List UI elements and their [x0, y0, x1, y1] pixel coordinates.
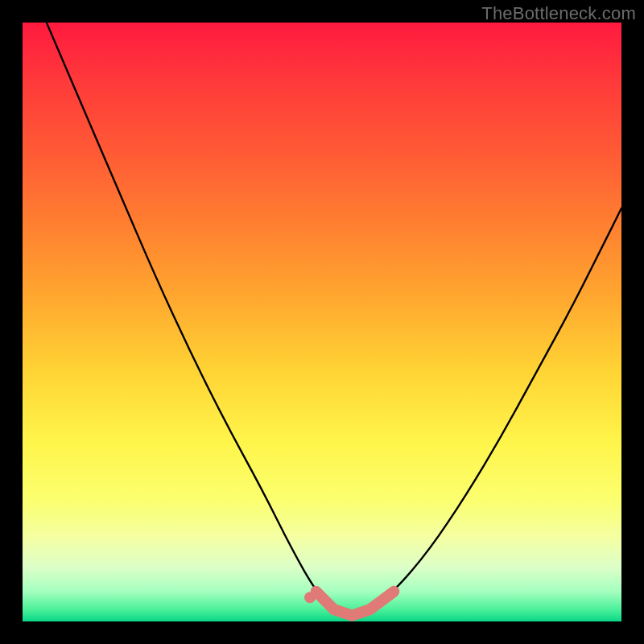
valley-dot [304, 592, 316, 603]
valley-highlight [316, 592, 394, 616]
watermark-text: TheBottleneck.com [481, 3, 636, 24]
plot-area [23, 23, 621, 621]
chart-svg [23, 23, 621, 621]
bottleneck-curve [47, 23, 621, 614]
chart-frame: TheBottleneck.com [0, 0, 644, 644]
